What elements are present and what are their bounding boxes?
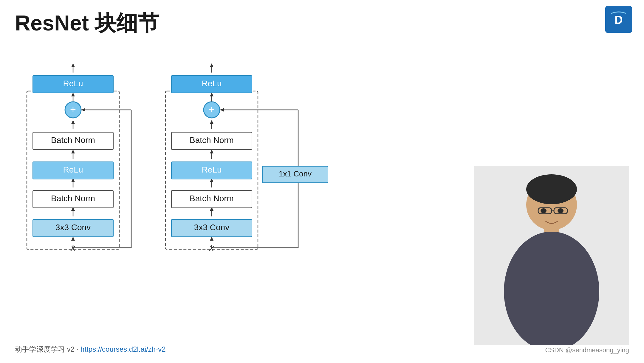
svg-point-76 (526, 174, 577, 204)
svg-marker-26 (71, 63, 75, 67)
svg-text:Batch Norm: Batch Norm (190, 136, 234, 145)
svg-text:+: + (209, 104, 215, 115)
svg-text:ReLu: ReLu (202, 79, 222, 88)
svg-text:Batch Norm: Batch Norm (190, 194, 234, 203)
svg-point-80 (558, 208, 564, 213)
logo-area: D (596, 6, 632, 36)
svg-text:D: D (614, 14, 623, 26)
svg-text:Batch Norm: Batch Norm (51, 194, 95, 203)
svg-text:Batch Norm: Batch Norm (51, 136, 95, 145)
svg-text:ReLu: ReLu (63, 79, 83, 88)
svg-marker-59 (210, 63, 213, 67)
svg-marker-61 (210, 237, 213, 241)
footer-link[interactable]: https://courses.d2l.ai/zh-v2 (80, 345, 165, 353)
svg-text:ReLu: ReLu (63, 165, 83, 174)
svg-point-79 (541, 208, 547, 213)
footer-right: CSDN @sendmeasong_ying (545, 346, 629, 354)
diagrams-svg: 3x3 Conv Batch Norm ReLu Batch Norm + Re… (0, 33, 373, 302)
logo-icon: D (605, 6, 632, 33)
svg-text:+: + (70, 104, 76, 115)
svg-text:1x1 Conv: 1x1 Conv (279, 169, 312, 178)
svg-marker-14 (71, 150, 75, 153)
svg-text:3x3 Conv: 3x3 Conv (55, 223, 91, 232)
svg-marker-18 (71, 120, 75, 124)
svg-marker-70 (220, 108, 224, 112)
footer: 动手学深度学习 v2 · https://courses.d2l.ai/zh-v… (15, 344, 166, 354)
svg-marker-47 (210, 150, 213, 153)
svg-marker-28 (71, 237, 75, 241)
svg-marker-34 (81, 108, 85, 112)
footer-text: 动手学深度学习 v2 · (15, 345, 80, 353)
svg-text:ReLu: ReLu (202, 165, 222, 174)
person-video (474, 166, 629, 345)
svg-text:3x3 Conv: 3x3 Conv (194, 223, 229, 232)
svg-marker-51 (210, 120, 213, 124)
